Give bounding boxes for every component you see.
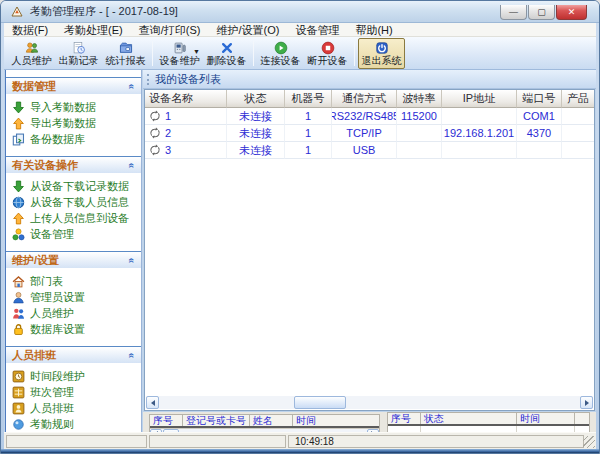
scrollbar-thumb[interactable] [294,396,346,409]
section-header[interactable]: 维护/设置 « [6,251,141,268]
device-maintain-button[interactable]: ▼ 设备维护 [156,38,203,69]
col-status[interactable]: 状态 [421,413,517,424]
section-title: 维护/设置 [12,253,129,268]
col-seq[interactable]: 序号 [388,413,421,424]
disconnect-device-button[interactable]: 断开设备 [304,38,351,69]
col-port[interactable]: 端口号 [517,90,562,108]
report-button[interactable]: 统计报表 [102,38,149,69]
sidebar-item-download-personnel[interactable]: 从设备下载人员信息 [6,194,141,210]
col-time[interactable]: 时间 [293,415,379,426]
section-header[interactable]: 人员排班 « [6,346,141,363]
connect-device-button[interactable]: 连接设备 [257,38,304,69]
cell-baud-rate [397,142,442,159]
section-header[interactable]: 数据管理 « [6,77,141,94]
sidebar-item-personnel-maintain[interactable]: 人员维护 [6,305,141,321]
dropdown-arrow-icon[interactable]: ▼ [193,48,200,55]
resize-grip[interactable] [583,436,595,448]
sidebar-item-personnel-schedule[interactable]: 人员排班 [6,400,141,416]
maximize-button[interactable]: ▢ [528,5,555,20]
scroll-left-button[interactable] [146,396,159,409]
sidebar-item-export-data[interactable]: 导出考勤数据 [6,115,141,131]
menu-device-manage[interactable]: 设备管理 [287,23,347,37]
sidebar-item-department-table[interactable]: 部门表 [6,273,141,289]
sidebar-section-maintain-settings: 维护/设置 « 部门表 管理员设置 [6,251,141,341]
delete-device-button[interactable]: 删除设备 [203,38,250,69]
menu-data[interactable]: 数据(F) [4,23,56,37]
drag-handle[interactable] [147,74,150,85]
workspace: 数据管理 « 导入考勤数据 导出考勤数据 [4,70,596,432]
menu-maintain-settings[interactable]: 维护/设置(O) [208,23,287,37]
col-time[interactable]: 时间 [517,413,575,424]
personnel-maintain-button[interactable]: 人员维护 [8,38,55,69]
col-status[interactable]: 状态 [227,90,285,108]
device-icon [171,41,189,55]
menu-query-print[interactable]: 查询/打印(S) [131,23,209,37]
sidebar-item-admin-settings[interactable]: 管理员设置 [6,289,141,305]
sidebar-section-device-ops: 有关设备操作 « 从设备下载记录数据 从设备下载人员信息 [6,156,141,246]
sidebar-item-shift-manage[interactable]: 班次管理 [6,384,141,400]
col-name[interactable]: 姓名 [250,415,293,426]
sidebar-item-timeslot-maintain[interactable]: 时间段维护 [6,368,141,384]
cell-port [517,142,562,159]
delete-x-icon [218,41,236,55]
sidebar-section-data-manage: 数据管理 « 导入考勤数据 导出考勤数据 [6,77,141,151]
device-sync-icon [149,127,161,139]
col-baud-rate[interactable]: 波特率 [397,90,442,108]
scroll-right-button[interactable] [580,396,593,409]
sidebar-item-label: 从设备下载记录数据 [30,179,129,194]
menu-attendance[interactable]: 考勤处理(E) [56,23,131,37]
menu-help[interactable]: 帮助(H) [347,23,400,37]
sidebar-item-database-settings[interactable]: 数据库设置 [6,321,141,337]
toolbar-label: 出勤记录 [59,54,99,68]
window-title: 考勤管理程序 - [ - 2017-08-19] [30,4,178,19]
section-title: 数据管理 [12,79,129,94]
minimize-button[interactable]: — [500,5,527,20]
toolbar-label: 连接设备 [261,54,301,68]
col-reg-or-card[interactable]: 登记号或卡号 [183,415,250,426]
title-bar[interactable]: 考勤管理程序 - [ - 2017-08-19] — ▢ ✕ [1,1,599,23]
sidebar-item-upload-personnel[interactable]: 上传人员信息到设备 [6,210,141,226]
sidebar-item-device-manage[interactable]: 设备管理 [6,226,141,242]
device-table-hscrollbar[interactable] [146,396,593,409]
sidebar-item-label: 数据库设置 [30,322,85,337]
cell-status: 未连接 [227,108,285,125]
sidebar-item-backup-db[interactable]: 备份数据库 [6,131,141,147]
sidebar: 数据管理 « 导入考勤数据 导出考勤数据 [5,70,142,432]
table-row[interactable]: 1 未连接 1 RS232/RS485 115200 COM1 [145,108,594,125]
col-seq[interactable]: 序号 [150,415,183,426]
sidebar-item-import-data[interactable]: 导入考勤数据 [6,99,141,115]
table-row[interactable]: 3 未连接 1 USB [145,142,594,159]
col-device-name[interactable]: 设备名称 [145,90,227,108]
collapse-chevron-icon[interactable]: « [127,257,138,263]
schedule-person-icon [12,402,25,415]
col-ip-address[interactable]: IP地址 [442,90,517,108]
exit-system-button[interactable]: 退出系统 [358,38,405,69]
sidebar-section-scheduling: 人员排班 « 时间段维护 班次管理 [6,346,141,432]
toolbar-label: 设备维护 [160,54,200,68]
collapse-chevron-icon[interactable]: « [127,162,138,168]
cell-comm-mode: TCP/IP [332,125,397,142]
database-lock-icon [12,323,25,336]
people-icon [23,41,41,55]
col-machine-no[interactable]: 机器号 [285,90,332,108]
sidebar-item-label: 部门表 [30,274,63,289]
toolbar-separator [152,41,153,66]
close-button[interactable]: ✕ [556,5,587,20]
blue-globe-icon [12,196,25,209]
col-product[interactable]: 产品 [562,90,594,108]
col-comm-mode[interactable]: 通信方式 [332,90,397,108]
collapse-chevron-icon[interactable]: « [127,83,138,89]
section-header[interactable]: 有关设备操作 « [6,156,141,173]
scrollbar-track[interactable] [159,396,580,409]
toolbar-label: 断开设备 [308,54,348,68]
collapse-chevron-icon[interactable]: « [127,352,138,358]
report-folder-icon [117,41,135,55]
sidebar-item-download-records[interactable]: 从设备下载记录数据 [6,178,141,194]
disconnect-stop-icon [319,41,337,55]
two-people-icon [12,307,25,320]
app-logo-icon[interactable] [10,5,24,19]
sidebar-item-attendance-rules[interactable]: 考勤规则 [6,416,141,432]
table-row[interactable]: 2 未连接 1 TCP/IP 192.168.1.201 4370 [145,125,594,142]
attendance-record-button[interactable]: 出勤记录 [55,38,102,69]
cell-ip-address [442,142,517,159]
